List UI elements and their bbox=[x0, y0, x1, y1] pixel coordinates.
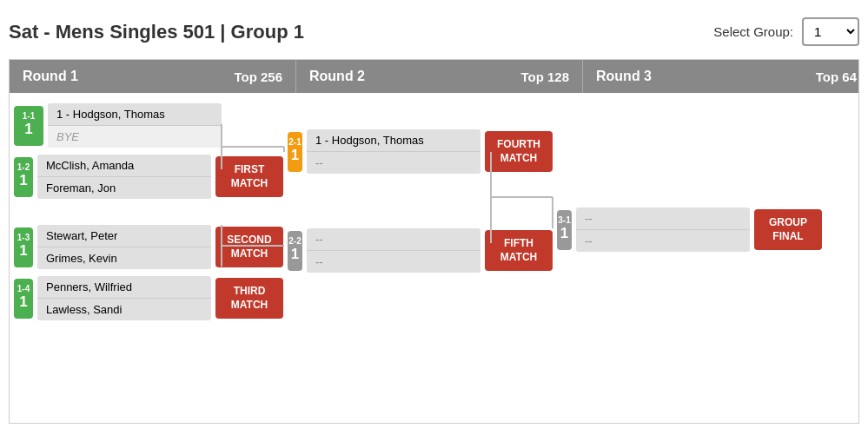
action-button[interactable]: SECONDMATCH bbox=[215, 227, 283, 267]
round2-label: Round 2 bbox=[309, 69, 365, 84]
player-row: -- bbox=[576, 208, 750, 230]
page-header: Sat - Mens Singles 501 | Group 1 Select … bbox=[9, 9, 859, 59]
page-wrapper: Sat - Mens Singles 501 | Group 1 Select … bbox=[9, 9, 859, 424]
round2-header: Round 2 Top 128 bbox=[296, 60, 583, 93]
seed-badge: 1-11 bbox=[14, 106, 43, 146]
action-button[interactable]: FIRSTMATCH bbox=[215, 156, 283, 197]
action-button[interactable]: GROUPFINAL bbox=[754, 209, 822, 250]
round1-label: Round 1 bbox=[23, 69, 78, 84]
round3-column: 3-11----GROUPFINAL bbox=[553, 103, 822, 412]
seed-badge: 2-11 bbox=[288, 132, 302, 172]
round3-top: Top 64 bbox=[816, 69, 857, 84]
page-title: Sat - Mens Singles 501 | Group 1 bbox=[9, 21, 304, 43]
match-row: 1-21McClish, AmandaForeman, JonFIRSTMATC… bbox=[14, 155, 283, 199]
player-row: BYE bbox=[48, 126, 222, 148]
bracket-container: Round 1 Top 256 Round 2 Top 128 Round 3 … bbox=[9, 59, 859, 424]
bracket-body: 1-111 - Hodgson, ThomasBYE1-21McClish, A… bbox=[10, 93, 858, 423]
round2-top: Top 128 bbox=[520, 69, 569, 84]
players-box: Stewart, PeterGrimes, Kevin bbox=[37, 225, 211, 269]
r1-group1: 1-111 - Hodgson, ThomasBYE1-21McClish, A… bbox=[14, 103, 283, 206]
players-box: McClish, AmandaForeman, Jon bbox=[37, 155, 211, 199]
seed-badge: 1-31 bbox=[14, 227, 33, 267]
seed-badge: 3-11 bbox=[557, 210, 572, 250]
player-row: Stewart, Peter bbox=[37, 225, 211, 247]
player-row: -- bbox=[307, 251, 480, 273]
player-row: -- bbox=[307, 228, 480, 251]
match-row: 1-31Stewart, PeterGrimes, KevinSECONDMAT… bbox=[14, 225, 283, 269]
action-button[interactable]: FIFTHMATCH bbox=[485, 230, 553, 271]
players-box: ---- bbox=[307, 228, 480, 273]
round2-column: 2-111 - Hodgson, Thomas--FOURTHMATCH2-21… bbox=[283, 103, 553, 412]
players-box: 1 - Hodgson, ThomasBYE bbox=[48, 103, 222, 148]
match-row: 1-111 - Hodgson, ThomasBYE bbox=[14, 103, 283, 148]
player-row: -- bbox=[576, 230, 750, 252]
seed-badge: 1-41 bbox=[14, 279, 33, 319]
seed-badge: 1-21 bbox=[14, 157, 33, 197]
match-row: 3-11----GROUPFINAL bbox=[557, 208, 822, 252]
group-select[interactable]: 1234 bbox=[802, 17, 859, 46]
players-box: Penners, WilfriedLawless, Sandi bbox=[37, 276, 211, 320]
player-row: Lawless, Sandi bbox=[37, 299, 211, 320]
player-row: -- bbox=[307, 152, 480, 174]
action-button[interactable]: THIRDMATCH bbox=[215, 278, 283, 319]
seed-badge: 2-21 bbox=[288, 231, 302, 271]
player-row: McClish, Amanda bbox=[37, 155, 211, 177]
player-row: Grimes, Kevin bbox=[37, 247, 211, 269]
match-row: 2-111 - Hodgson, Thomas--FOURTHMATCH bbox=[288, 129, 553, 174]
round1-top: Top 256 bbox=[234, 69, 282, 84]
round3-label: Round 3 bbox=[596, 69, 652, 84]
rounds-header: Round 1 Top 256 Round 2 Top 128 Round 3 … bbox=[10, 60, 858, 93]
players-box: 1 - Hodgson, Thomas-- bbox=[307, 129, 480, 174]
player-row: 1 - Hodgson, Thomas bbox=[307, 129, 480, 152]
player-row: 1 - Hodgson, Thomas bbox=[48, 103, 222, 126]
round1-column: 1-111 - Hodgson, ThomasBYE1-21McClish, A… bbox=[14, 103, 283, 412]
player-row: Penners, Wilfried bbox=[37, 276, 211, 299]
round3-header: Round 3 Top 64 bbox=[583, 60, 859, 93]
players-box: ---- bbox=[576, 208, 750, 252]
action-button[interactable]: FOURTHMATCH bbox=[485, 131, 553, 172]
match-row: 1-41Penners, WilfriedLawless, SandiTHIRD… bbox=[14, 276, 283, 320]
player-row: Foreman, Jon bbox=[37, 177, 211, 199]
select-group-wrapper: Select Group: 1234 bbox=[713, 17, 859, 46]
match-row: 2-21----FIFTHMATCH bbox=[288, 228, 553, 273]
r1-group2: 1-31Stewart, PeterGrimes, KevinSECONDMAT… bbox=[14, 225, 283, 327]
select-label: Select Group: bbox=[713, 24, 793, 39]
round1-header: Round 1 Top 256 bbox=[10, 60, 296, 93]
